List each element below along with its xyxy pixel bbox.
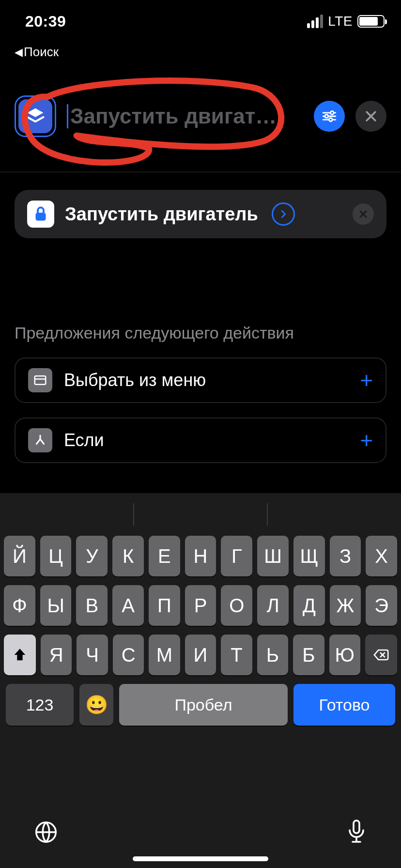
key[interactable]: З (330, 536, 361, 576)
done-key[interactable]: Готово (293, 684, 395, 726)
suggestion-row[interactable]: Если + (15, 418, 386, 463)
cellular-icon (307, 15, 323, 28)
svg-point-1 (330, 111, 334, 115)
add-suggestion-button[interactable]: + (360, 367, 373, 393)
action-expand-button[interactable] (272, 202, 295, 226)
key[interactable]: И (185, 635, 216, 675)
status-bar: 20:39 LTE (0, 0, 401, 43)
sliders-icon (321, 108, 338, 124)
key[interactable]: К (112, 536, 144, 576)
key[interactable]: В (76, 585, 108, 626)
network-label: LTE (328, 14, 353, 29)
globe-key[interactable] (33, 819, 59, 847)
back-triangle-icon: ◀ (15, 46, 23, 59)
keyboard-row-3: Я Ч С М И Т Ь Б Ю (0, 635, 401, 675)
numeric-key[interactable]: 123 (6, 684, 74, 726)
svg-point-5 (329, 118, 332, 122)
status-right: LTE (307, 14, 385, 29)
dictation-key[interactable] (345, 818, 368, 848)
suggestions-heading: Предложения следующего действия (15, 324, 294, 342)
svg-rect-10 (354, 821, 359, 833)
key[interactable]: Г (221, 536, 252, 576)
keyboard-row-4: 123 😀 Пробел Готово (0, 684, 401, 726)
keyboard: Й Ц У К Е Н Г Ш Щ З Х Ф Ы В А П Р О Л Д … (0, 493, 401, 868)
close-icon (364, 109, 378, 124)
keyboard-row-1: Й Ц У К Е Н Г Ш Щ З Х (0, 536, 401, 576)
header-divider (0, 171, 401, 172)
prediction-slot[interactable] (268, 500, 401, 529)
mic-icon (345, 818, 368, 846)
home-indicator[interactable] (133, 856, 268, 861)
shift-icon (12, 647, 28, 663)
key[interactable]: Н (185, 536, 216, 576)
action-card[interactable]: Запустить двигатель (15, 190, 386, 238)
backspace-icon (371, 647, 391, 663)
action-dismiss-button[interactable] (353, 203, 374, 225)
action-lock-icon (27, 201, 54, 228)
battery-icon (357, 15, 385, 28)
back-label: Поиск (24, 45, 59, 60)
key[interactable]: С (113, 635, 144, 675)
text-caret (67, 104, 68, 128)
title-input-wrap[interactable] (67, 104, 303, 128)
key[interactable]: Ю (329, 635, 360, 675)
key[interactable]: Ж (330, 585, 361, 626)
close-icon (358, 209, 368, 219)
menu-icon (28, 368, 52, 392)
key[interactable]: Ш (257, 536, 289, 576)
key[interactable]: Я (41, 635, 72, 675)
svg-rect-6 (36, 213, 46, 221)
key[interactable]: Х (366, 536, 397, 576)
emoji-icon: 😀 (85, 694, 108, 715)
shortcut-layers-icon (18, 99, 52, 133)
key[interactable]: Д (293, 585, 325, 626)
svg-point-3 (325, 115, 328, 118)
key[interactable]: Е (149, 536, 180, 576)
svg-rect-7 (35, 376, 46, 385)
prediction-bar (0, 493, 401, 536)
key[interactable]: У (76, 536, 108, 576)
space-key[interactable]: Пробел (119, 684, 288, 726)
key[interactable]: Ы (40, 585, 72, 626)
shortcut-title-input[interactable] (70, 104, 303, 128)
shift-key[interactable] (4, 635, 36, 675)
globe-icon (33, 819, 59, 845)
key[interactable]: Й (4, 536, 35, 576)
status-time: 20:39 (25, 13, 66, 31)
backspace-key[interactable] (365, 635, 397, 675)
close-button[interactable] (355, 101, 386, 132)
action-label: Запустить двигатель (65, 204, 258, 225)
key[interactable]: Ч (77, 635, 108, 675)
suggestion-label: Выбрать из меню (64, 370, 348, 390)
key[interactable]: Ф (4, 585, 35, 626)
add-suggestion-button[interactable]: + (360, 427, 373, 453)
key[interactable]: Б (293, 635, 324, 675)
branch-icon (28, 428, 52, 452)
chevron-right-icon (278, 209, 289, 219)
back-to-search[interactable]: ◀ Поиск (15, 45, 59, 60)
settings-button[interactable] (314, 101, 345, 132)
key[interactable]: Ь (257, 635, 288, 675)
key[interactable]: М (149, 635, 180, 675)
key[interactable]: Л (257, 585, 289, 626)
suggestion-row[interactable]: Выбрать из меню + (15, 357, 386, 403)
key[interactable]: Ц (40, 536, 72, 576)
key[interactable]: О (221, 585, 252, 626)
editor-header (0, 87, 401, 145)
key[interactable]: Т (221, 635, 252, 675)
keyboard-row-2: Ф Ы В А П Р О Л Д Ж Э (0, 585, 401, 626)
prediction-slot[interactable] (0, 500, 133, 529)
shortcut-icon-button[interactable] (15, 95, 56, 137)
suggestion-label: Если (64, 430, 348, 450)
key[interactable]: Р (185, 585, 216, 626)
prediction-slot[interactable] (134, 500, 267, 529)
emoji-key[interactable]: 😀 (79, 684, 113, 726)
key[interactable]: А (112, 585, 144, 626)
key[interactable]: Щ (293, 536, 325, 576)
key[interactable]: Э (366, 585, 397, 626)
key[interactable]: П (149, 585, 180, 626)
